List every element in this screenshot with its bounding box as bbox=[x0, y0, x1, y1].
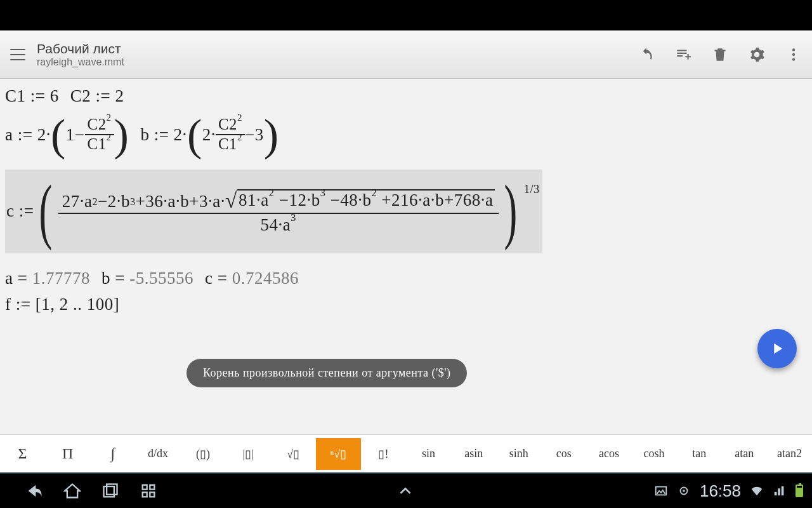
symbol-sqrt[interactable]: √▯ bbox=[271, 438, 316, 470]
row-c-selected[interactable]: c := ( 27·a2 −2·b3 +36·a·b+3·a· √ 81·a2 … bbox=[5, 170, 542, 253]
sqrt-icon: √ bbox=[225, 189, 237, 213]
big-left-paren-icon: ( bbox=[39, 175, 53, 247]
wifi-status-icon bbox=[750, 484, 764, 498]
screenshot-nav-icon[interactable] bbox=[140, 482, 157, 500]
big-right-paren-icon: ) bbox=[504, 175, 517, 247]
header-title: Рабочий лист bbox=[37, 41, 627, 57]
expand-nav-icon[interactable] bbox=[396, 481, 415, 500]
add-row-icon[interactable] bbox=[675, 46, 691, 63]
b-assignment: b := 2· ( 2· C22 C12 −3 ) bbox=[140, 112, 278, 157]
picture-status-icon bbox=[654, 484, 668, 498]
menu-icon[interactable] bbox=[10, 49, 25, 60]
row-results[interactable]: a = 1.77778 b = -5.55556 c = 0.724586 bbox=[5, 269, 807, 288]
c1-assign: C1 := 6 bbox=[5, 86, 59, 106]
svg-point-11 bbox=[683, 490, 685, 492]
svg-rect-7 bbox=[143, 492, 147, 497]
app-header: Рабочий лист rayleigh_wave.mmt bbox=[0, 30, 812, 79]
back-nav-icon[interactable] bbox=[25, 482, 43, 500]
worksheet-area[interactable]: C1 := 6 C2 := 2 a := 2· ( 1− C22 C12 ) b… bbox=[0, 79, 812, 434]
symbol-sum[interactable]: Σ bbox=[0, 436, 45, 471]
header-subtitle: rayleigh_wave.mmt bbox=[37, 57, 627, 68]
run-button[interactable] bbox=[757, 329, 797, 368]
symbol-asin[interactable]: asin bbox=[451, 438, 496, 469]
row-f[interactable]: f := [1, 2 .. 100] bbox=[5, 295, 807, 314]
battery-status-icon bbox=[796, 485, 803, 497]
symbol-factorial[interactable]: ▯! bbox=[361, 438, 406, 470]
symbol-toolbar: ΣΠ∫d/dx(▯)|▯|√▯ⁿ√▯▯!sinasinsinhcosacosco… bbox=[0, 434, 812, 472]
delete-icon[interactable] bbox=[712, 46, 728, 63]
undo-icon[interactable] bbox=[638, 46, 655, 63]
symbol-cosh[interactable]: cosh bbox=[632, 438, 677, 469]
a-assignment: a := 2· ( 1− C22 C12 ) bbox=[5, 112, 129, 157]
symbol-atan[interactable]: atan bbox=[722, 438, 767, 469]
status-clock: 16:58 bbox=[700, 481, 741, 501]
svg-point-0 bbox=[792, 48, 795, 51]
signal-status-icon bbox=[773, 484, 787, 498]
c2-assign: C2 := 2 bbox=[70, 86, 124, 106]
left-paren-icon: ( bbox=[51, 112, 66, 157]
title-block: Рабочий лист rayleigh_wave.mmt bbox=[37, 41, 627, 68]
power-one-third: 1/3 bbox=[524, 183, 540, 196]
symbol-sinh[interactable]: sinh bbox=[496, 438, 541, 469]
tooltip: Корень произвольной степени от аргумента… bbox=[187, 359, 467, 387]
symbol-derivative[interactable]: d/dx bbox=[135, 438, 180, 469]
symbol-atan2[interactable]: atan2 bbox=[767, 438, 812, 469]
settings-icon[interactable] bbox=[749, 46, 765, 63]
recent-nav-icon[interactable] bbox=[102, 482, 119, 500]
symbol-absolute[interactable]: |▯| bbox=[226, 438, 271, 470]
svg-point-2 bbox=[792, 58, 795, 60]
symbol-cos[interactable]: cos bbox=[541, 438, 586, 469]
home-nav-icon[interactable] bbox=[63, 482, 81, 500]
play-icon bbox=[768, 340, 786, 358]
system-navbar: 16:58 bbox=[0, 472, 812, 508]
sync-status-icon bbox=[677, 484, 691, 498]
symbol-integral[interactable]: ∫ bbox=[90, 436, 135, 471]
symbol-acos[interactable]: acos bbox=[586, 438, 631, 469]
symbol-sin[interactable]: sin bbox=[406, 438, 451, 469]
svg-rect-8 bbox=[150, 492, 154, 497]
symbol-nth-root[interactable]: ⁿ√▯ bbox=[316, 438, 361, 470]
symbol-product[interactable]: Π bbox=[45, 436, 90, 471]
svg-rect-5 bbox=[143, 485, 147, 490]
symbol-tan[interactable]: tan bbox=[677, 438, 722, 469]
svg-rect-6 bbox=[150, 485, 154, 490]
symbol-parentheses[interactable]: (▯) bbox=[180, 438, 225, 470]
overflow-icon[interactable] bbox=[785, 46, 802, 63]
row-constants[interactable]: C1 := 6 C2 := 2 bbox=[5, 86, 807, 106]
right-paren-icon: ) bbox=[114, 112, 129, 157]
row-ab[interactable]: a := 2· ( 1− C22 C12 ) b := 2· ( 2· C22 … bbox=[5, 112, 807, 157]
svg-point-1 bbox=[792, 53, 795, 55]
